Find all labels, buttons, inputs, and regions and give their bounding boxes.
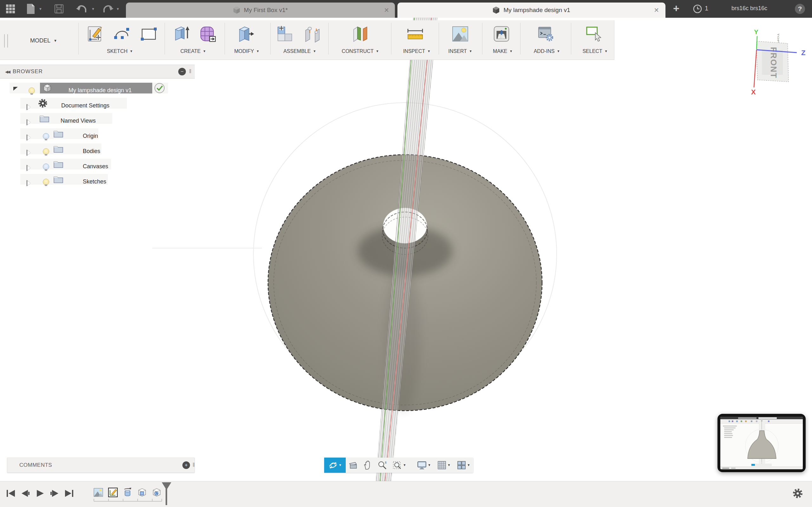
browser-row-root-component[interactable]: My lampshade design v1 [0,82,195,95]
panel-resize-handle[interactable]: ‖ [189,68,191,75]
comments-panel[interactable]: COMMENTS + ‖ [7,458,195,473]
timeline-step-back-button[interactable] [20,488,31,499]
expand-arrow-icon[interactable] [27,135,31,140]
visibility-bulb-icon[interactable] [43,133,49,139]
zoom-button[interactable]: ± [375,458,390,473]
measure-icon[interactable] [406,24,424,44]
timeline-feature-canvas[interactable] [93,487,104,498]
screen-preview-window [717,414,806,472]
expand-arrow-icon[interactable] [27,120,31,125]
extrude-icon[interactable] [172,24,191,44]
timeline-settings-gear-icon[interactable] [792,487,804,499]
browser-panel: ◀◀ BROWSER − ‖ My lampshade design v1 Do… [0,65,195,191]
timeline-feature-revolve[interactable] [122,487,133,498]
construct-plane-icon[interactable] [351,24,369,44]
comments-label: COMMENTS [19,462,52,468]
group-label: INSERT [448,49,467,54]
viewports-button[interactable]: ▼ [454,458,473,473]
browser-row-sketches[interactable]: Sketches [0,173,195,186]
redo-caret-icon[interactable]: ▼ [116,7,119,11]
look-at-button[interactable] [346,458,360,473]
orbit-tool-button[interactable]: ▼ [324,458,346,473]
save-icon[interactable] [54,4,64,14]
browser-row-canvases[interactable]: Canvases [0,158,195,170]
sketch-rectangle-icon[interactable] [140,24,158,44]
visibility-bulb-icon[interactable] [43,148,49,155]
add-ins-icon[interactable] [537,24,555,44]
app-grid-icon[interactable] [6,4,15,14]
insert-group-menu[interactable]: INSERT ▼ [448,48,472,55]
redo-icon[interactable] [102,4,114,14]
timeline-feature-sketch[interactable] [107,487,119,498]
pan-button[interactable] [360,458,375,473]
undo-icon[interactable] [75,4,88,14]
job-status-clock-icon[interactable] [693,4,702,14]
construct-group-menu[interactable]: CONSTRUCT ▼ [342,48,379,55]
visibility-bulb-icon[interactable] [43,179,49,185]
browser-row-named-views[interactable]: Named Views [0,112,195,125]
saved-check-badge-icon[interactable] [154,83,165,94]
expanded-marker-icon[interactable] [13,86,18,91]
sketch-arc-icon[interactable] [113,24,131,44]
document-tab-my-lampshade-design[interactable]: My lampshade design v1 ✕ [397,3,665,18]
new-tab-icon[interactable]: + [670,2,682,14]
make-3d-print-icon[interactable] [492,24,511,44]
make-group-menu[interactable]: MAKE ▼ [493,48,513,55]
collapse-panel-icon[interactable]: ◀◀ [5,69,9,74]
zoom-window-button[interactable]: ▼ [390,458,409,473]
tab-close-icon[interactable]: ✕ [654,6,659,14]
create-form-icon[interactable] [199,24,217,44]
display-settings-button[interactable]: ▼ [414,458,434,473]
view-cube[interactable]: FRONT TOP Y Z X [742,29,812,101]
zoom-icon: ± [377,460,387,470]
select-icon[interactable] [585,24,603,44]
undo-caret-icon[interactable]: ▼ [91,7,95,11]
inspect-group-menu[interactable]: INSPECT ▼ [403,48,430,55]
add-ins-group-menu[interactable]: ADD-INS ▼ [534,48,560,55]
browser-row-bodies[interactable]: Bodies [0,143,195,155]
browser-row-origin[interactable]: Origin [0,127,195,140]
visibility-bulb-icon[interactable] [29,88,35,94]
browser-row-document-settings[interactable]: Document Settings [0,97,195,110]
assemble-group-menu[interactable]: ASSEMBLE ▼ [283,48,316,55]
file-menu-caret-icon[interactable]: ▼ [39,7,42,11]
panel-resize-handle[interactable]: ‖ [193,462,195,468]
timeline-feature-revolve-2[interactable] [151,487,162,498]
visibility-bulb-icon[interactable] [43,164,49,170]
modify-group-menu[interactable]: MODIFY ▼ [234,48,259,55]
timeline-group-bracket [92,499,164,503]
press-pull-icon[interactable] [237,24,255,44]
new-component-icon[interactable] [275,24,294,44]
select-group-menu[interactable]: SELECT ▼ [582,48,607,55]
timeline-go-to-start-button[interactable] [5,488,16,499]
expand-arrow-icon[interactable] [27,181,31,186]
panel-minimize-icon[interactable]: − [178,68,186,75]
tab-close-icon[interactable]: ✕ [384,6,389,14]
timeline-play-button[interactable] [34,488,46,499]
workspace-switcher[interactable]: MODEL ▼ [30,38,57,44]
timeline-marker-flag[interactable] [162,482,171,490]
toolbar-drag-handle[interactable] [4,34,8,48]
user-account-menu[interactable]: brs16c brs16c [731,5,767,12]
zoom-window-icon [393,460,402,470]
joint-icon[interactable] [303,24,322,44]
create-group-menu[interactable]: CREATE ▼ [181,48,206,55]
expand-arrow-icon[interactable] [27,105,31,110]
help-icon[interactable]: ? [795,4,805,14]
root-component-name[interactable]: My lampshade design v1 [68,87,132,94]
expand-arrow-icon[interactable] [27,165,31,170]
caret-down-icon: ▼ [509,50,513,53]
insert-canvas-icon[interactable] [451,24,469,44]
caret-down-icon: ▼ [469,50,472,53]
expand-arrow-icon[interactable] [27,150,31,155]
timeline-feature-sketch-2[interactable] [136,487,148,498]
add-comment-icon[interactable]: + [183,461,190,469]
create-sketch-icon[interactable] [86,24,104,44]
sketch-group-menu[interactable]: SKETCH ▼ [107,48,133,55]
timeline-go-to-end-button[interactable] [63,488,75,499]
document-tab-my-first-box[interactable]: My First Box v1* ✕ [126,3,395,18]
grid-and-snaps-button[interactable]: ▼ [434,458,454,473]
browser-item-label: Bodies [83,148,100,155]
timeline-step-forward-button[interactable] [49,488,60,499]
file-menu-icon[interactable] [27,3,35,14]
